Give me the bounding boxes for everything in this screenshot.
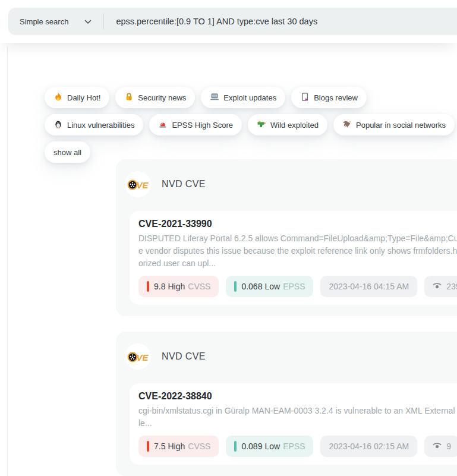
cve-title-link[interactable]: CVE-2022-38840 xyxy=(138,390,457,402)
top-bar: Simple search epss.percentile:[0.9 TO 1]… xyxy=(0,0,457,43)
published-date-badge: 2023-04-16 02:15 AM xyxy=(320,436,417,457)
chip-popular-social[interactable]: Popular in social networks xyxy=(333,114,455,135)
siren-icon xyxy=(158,119,168,131)
source-label: NVD CVE xyxy=(162,351,206,362)
cvss-severity-bar xyxy=(147,441,149,452)
cvss-label: CVSS xyxy=(188,442,210,451)
epss-score: 0.089 xyxy=(241,442,262,451)
epss-score: 0.068 xyxy=(241,282,262,291)
laptop-icon xyxy=(210,92,219,103)
published-date-badge: 2023-04-16 04:15 AM xyxy=(320,276,417,297)
description-line: orized user can upl... xyxy=(138,257,457,270)
penguin-icon xyxy=(53,119,63,131)
chip-daily-hot[interactable]: Daily Hot! xyxy=(45,87,109,108)
chevron-down-icon xyxy=(84,16,92,27)
nvd-cve-logo-icon: VE xyxy=(125,343,151,370)
eagle-icon xyxy=(342,119,352,131)
views-badge: 239 xyxy=(424,276,457,297)
card-header: VE NVD CVE xyxy=(116,171,457,197)
cvss-badge: 9.8 High CVSS xyxy=(138,276,219,297)
chip-exploit-updates[interactable]: Exploit updates xyxy=(201,87,285,108)
lock-icon xyxy=(124,92,134,103)
cvss-badge: 7.5 High CVSS xyxy=(138,436,219,457)
search-mode-label: Simple search xyxy=(20,17,68,26)
source-label: NVD CVE xyxy=(162,179,206,190)
chip-wild-exploited[interactable]: Wild exploited xyxy=(248,114,327,135)
cve-description: cgi-bin/xmlstatus.cgi in Güralp MAN-EAM-… xyxy=(138,405,457,430)
cve-entry: CVE-2022-38840 cgi-bin/xmlstatus.cgi in … xyxy=(130,383,457,465)
epss-label: EPSS xyxy=(283,282,305,291)
views-count: 239 xyxy=(446,282,457,291)
chip-blogs-review[interactable]: Blogs review xyxy=(291,87,367,108)
badge-row: 9.8 High CVSS 0.068 Low EPSS 2023-04-16 … xyxy=(138,276,457,297)
water-gun-icon xyxy=(257,119,266,131)
epss-label: EPSS xyxy=(283,442,305,451)
nvd-cve-logo-icon: VE xyxy=(125,171,151,197)
search-results: VE NVD CVE CVE-2021-33990 DISPUTED Lifer… xyxy=(116,159,457,476)
eye-icon xyxy=(433,442,442,451)
epss-severity: Low xyxy=(264,282,280,291)
chip-label: Popular in social networks xyxy=(356,121,446,130)
cve-description: DISPUTED Liferay Portal 6.2.5 allows Com… xyxy=(138,232,457,270)
views-count: 9 xyxy=(446,442,451,451)
epss-severity-bar xyxy=(234,441,237,452)
search-mode-selector[interactable]: Simple search xyxy=(8,8,103,35)
search-query-input[interactable]: epss.percentile:[0.9 TO 1] AND type:cve … xyxy=(104,17,317,26)
epss-severity: Low xyxy=(264,442,280,451)
chip-label: Security news xyxy=(138,93,186,102)
chip-security-news[interactable]: Security news xyxy=(115,87,195,108)
result-card[interactable]: VE NVD CVE CVE-2021-33990 DISPUTED Lifer… xyxy=(116,159,457,316)
fire-icon xyxy=(53,92,63,103)
cvss-score: 7.5 xyxy=(154,442,165,451)
chip-show-all[interactable]: show all xyxy=(45,141,90,163)
cvss-score: 9.8 xyxy=(154,282,165,291)
epss-badge: 0.089 Low EPSS xyxy=(226,436,313,457)
cve-title-link[interactable]: CVE-2021-33990 xyxy=(138,218,457,230)
cvss-severity: High xyxy=(168,442,185,451)
card-header: VE NVD CVE xyxy=(116,343,457,370)
chip-label: show all xyxy=(53,148,81,157)
svg-text:VE: VE xyxy=(137,180,149,190)
cvss-label: CVSS xyxy=(188,282,210,291)
cvss-severity-bar xyxy=(147,281,149,292)
left-panel-border xyxy=(7,46,8,476)
svg-text:VE: VE xyxy=(137,352,149,362)
search-bar[interactable]: Simple search epss.percentile:[0.9 TO 1]… xyxy=(8,8,457,35)
description-line: le... xyxy=(138,417,457,430)
bookmark-page-icon xyxy=(300,92,310,103)
chip-label: Daily Hot! xyxy=(67,93,100,102)
cvss-severity: High xyxy=(168,282,185,291)
description-line: DISPUTED Liferay Portal 6.2.5 allows Com… xyxy=(138,232,457,245)
filter-chips: Daily Hot! Security news Exploit updates… xyxy=(45,87,457,163)
chip-label: Wild exploited xyxy=(270,121,319,130)
views-badge: 9 xyxy=(424,436,457,457)
epss-badge: 0.068 Low EPSS xyxy=(226,276,313,297)
cve-entry: CVE-2021-33990 DISPUTED Liferay Portal 6… xyxy=(130,211,457,305)
chip-label: Blogs review xyxy=(314,93,358,102)
chip-label: Linux vulnerabilities xyxy=(67,121,134,130)
epss-severity-bar xyxy=(234,281,237,292)
chip-linux-vulnerabilities[interactable]: Linux vulnerabilities xyxy=(45,114,143,135)
result-card[interactable]: VE NVD CVE CVE-2022-38840 cgi-bin/xmlsta… xyxy=(116,332,457,476)
chip-epss-high-score[interactable]: EPSS High Score xyxy=(149,114,242,135)
badge-row: 7.5 High CVSS 0.089 Low EPSS 2023-04-16 … xyxy=(138,436,457,457)
description-line: e vendor disputes this issue because the… xyxy=(138,245,457,257)
eye-icon xyxy=(433,282,442,291)
description-line: cgi-bin/xmlstatus.cgi in Güralp MAN-EAM-… xyxy=(138,405,457,417)
chip-label: EPSS High Score xyxy=(172,121,233,130)
chip-label: Exploit updates xyxy=(223,93,276,102)
